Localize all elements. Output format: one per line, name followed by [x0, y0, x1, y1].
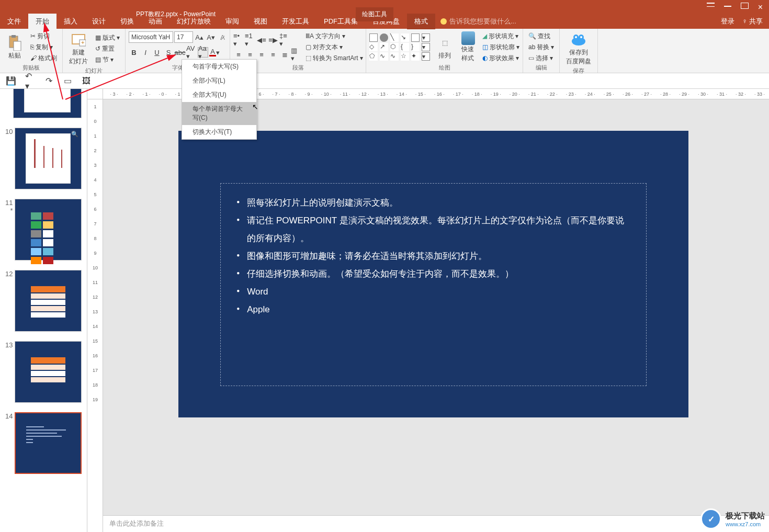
shape-outline-button[interactable]: ◫形状轮廓 ▾ [480, 42, 522, 52]
replace-button[interactable]: ab替换 ▾ [526, 42, 556, 52]
text-direction-button[interactable]: ⅢA 文字方向 ▾ [303, 31, 365, 41]
tab-view[interactable]: 视图 [246, 14, 275, 29]
bullet-item[interactable]: 仔细选择切换和动画。（希望受众如何专注于内容，而不是效果。） [236, 265, 630, 283]
menu-capitalize-each[interactable]: 每个单词首字母大写(C) [182, 102, 256, 125]
slide-thumbnails-panel[interactable]: 10 🔍 11* 12 13 14 [0, 89, 87, 532]
zoom-icon: 🔍 [71, 131, 78, 138]
menu-sentence-case[interactable]: 句首字母大写(S) [182, 60, 256, 74]
tab-review[interactable]: 审阅 [218, 14, 246, 29]
section-button[interactable]: ▤节 ▾ [93, 55, 122, 65]
maximize-icon[interactable] [741, 3, 749, 9]
ribbon-options-icon[interactable] [707, 3, 715, 7]
login-link[interactable]: 登录 [721, 17, 734, 26]
italic-button[interactable]: I [140, 47, 151, 58]
quick-styles-button[interactable]: 快速样式 [458, 30, 478, 64]
layout-button[interactable]: ▦版式 ▾ [93, 33, 122, 43]
bulb-icon [440, 18, 447, 25]
tab-developer[interactable]: 开发工具 [275, 14, 316, 29]
line-spacing-button[interactable]: ‡≡ ▾ [279, 35, 290, 45]
font-name-combo[interactable]: Microsoft YaH [129, 31, 173, 43]
bullets-button[interactable]: ≡• ▾ [233, 35, 244, 45]
tab-format[interactable]: 格式 [407, 14, 435, 29]
slide-thumb-11[interactable]: 11* [5, 199, 82, 261]
align-center-button[interactable]: ≡ [245, 49, 255, 60]
menu-lowercase[interactable]: 全部小写(L) [182, 74, 256, 88]
underline-button[interactable]: U [152, 47, 162, 58]
notes-placeholder[interactable]: 单击此处添加备注 [103, 515, 769, 532]
qat-undo-button[interactable]: ↶ ▾ [25, 76, 35, 86]
menu-uppercase[interactable]: 全部大写(U) [182, 88, 256, 102]
tab-insert[interactable]: 插入 [56, 14, 85, 29]
align-left-button[interactable]: ≡ [233, 49, 244, 60]
scissors-icon: ✂ [30, 32, 36, 40]
decrease-indent-button[interactable]: ◀≡ [256, 35, 267, 45]
new-slide-button[interactable]: ✦ 新建 幻灯片 [66, 30, 91, 67]
bullet-item[interactable]: 图像和图形可增加趣味；请务必在适当时将其添加到幻灯片。 [236, 247, 630, 265]
arrange-button[interactable]: ⬚排列 [433, 33, 456, 61]
tab-home[interactable]: 开始 [28, 14, 56, 29]
columns-button[interactable]: ▥ ▾ [291, 49, 301, 60]
change-case-button[interactable]: Aa ▾ [198, 47, 208, 58]
fill-icon: ◢ [482, 32, 487, 40]
bullet-item[interactable]: Apple [236, 301, 630, 319]
bullet-item[interactable]: Word [236, 283, 630, 301]
numbering-button[interactable]: ≡1 ▾ [245, 35, 255, 45]
paste-button[interactable]: 粘贴 [3, 33, 26, 61]
slide-thumb-13[interactable]: 13 [5, 341, 82, 403]
font-color-button[interactable]: A ▾ [209, 47, 220, 58]
save-baidu-button[interactable]: 保存到 百度网盘 [563, 30, 594, 67]
cut-button[interactable]: ✂剪切 [28, 31, 59, 41]
group-drawing: ╲↘▾ ◇↗⬡{}▾ ⬠∿∿☆✦▾ ⬚排列 快速样式 ◢形状填充 ▾ ◫形状轮廓… [366, 29, 523, 73]
reset-button[interactable]: ↺重置 [93, 44, 122, 54]
slide-thumb-9[interactable] [5, 89, 82, 118]
font-size-combo[interactable]: 17 [174, 31, 193, 43]
share-button[interactable]: ♀ 共享 [742, 17, 763, 26]
decrease-font-button[interactable]: A▾ [206, 32, 216, 42]
minimize-icon[interactable] [724, 3, 731, 7]
slide-editor: · 3 ·· 2 ·· 1 ·· 0 ·· 1 ·· 2 ·· 3 ·· 4 ·… [87, 89, 769, 532]
content-text-box[interactable]: 照每张幻灯片上的说明创建演示文稿。请记住 POWERPOINT 是演示文稿的视觉… [220, 183, 647, 386]
shapes-gallery[interactable]: ╲↘▾ ◇↗⬡{}▾ ⬠∿∿☆✦▾ [369, 33, 431, 61]
align-right-button[interactable]: ≡ [256, 49, 267, 60]
drawing-tools-label: 绘图工具 [356, 7, 393, 21]
qat-image-button[interactable]: 🖼 [82, 76, 91, 86]
increase-font-button[interactable]: A▴ [194, 32, 205, 42]
slide-thumb-12[interactable]: 12 [5, 270, 82, 332]
main-area: 10 🔍 11* 12 13 14 · 3 ·· 2 ·· 1 ·· 0 ·· … [0, 89, 769, 532]
bold-button[interactable]: B [129, 47, 139, 58]
paste-icon [6, 35, 23, 51]
clear-format-button[interactable]: A̷ [217, 32, 228, 42]
slide-thumb-10[interactable]: 10 🔍 [5, 128, 82, 189]
bullet-item[interactable]: 照每张幻灯片上的说明创建演示文稿。 [236, 194, 630, 212]
align-text-button[interactable]: ▢ 对齐文本 ▾ [303, 42, 365, 52]
slide-thumb-14[interactable]: 14 [5, 412, 82, 474]
shape-fill-button[interactable]: ◢形状填充 ▾ [480, 31, 522, 41]
qat-redo-button[interactable]: ↷ [44, 76, 53, 86]
find-button[interactable]: 🔍查找 [526, 31, 556, 41]
qat-new-button[interactable]: ▭ [63, 76, 72, 86]
tell-me-search[interactable]: 告诉我您想要做什么... [440, 17, 516, 26]
smartart-button[interactable]: ⬚ 转换为 SmartArt ▾ [303, 53, 365, 63]
vertical-ruler[interactable]: 1012345678910111213141516171819 [87, 99, 103, 532]
tab-file[interactable]: 文件 [0, 14, 28, 29]
strikethrough-button[interactable]: abc [175, 47, 185, 58]
justify-button[interactable]: ≡ [268, 49, 278, 60]
copy-button[interactable]: ⎘复制 ▾ [28, 42, 59, 52]
distribute-button[interactable]: ≣ [279, 49, 290, 60]
close-icon[interactable]: × [758, 3, 763, 12]
shape-effects-button[interactable]: ◐形状效果 ▾ [480, 53, 522, 63]
slide-canvas[interactable]: 照每张幻灯片上的说明创建演示文稿。请记住 POWERPOINT 是演示文稿的视觉… [178, 131, 688, 417]
bullet-item[interactable]: 请记住 POWERPOINT 是演示文稿的视觉效果。每张幻灯片上的文字仅作为论点… [236, 212, 630, 247]
bullet-list[interactable]: 照每张幻灯片上的说明创建演示文稿。请记住 POWERPOINT 是演示文稿的视觉… [236, 194, 630, 319]
format-painter-button[interactable]: 🖌格式刷 [28, 53, 59, 63]
increase-indent-button[interactable]: ≡▶ [268, 35, 278, 45]
document-title: PPT教程2.pptx - PowerPoint [136, 10, 216, 19]
menu-toggle-case[interactable]: 切换大小写(T) [182, 125, 256, 139]
change-case-menu: 句首字母大写(S) 全部小写(L) 全部大写(U) 每个单词首字母大写(C) 切… [182, 59, 257, 140]
tab-design[interactable]: 设计 [85, 14, 113, 29]
qat-save-button[interactable]: 💾 [6, 76, 16, 86]
shadow-button[interactable]: S [163, 47, 174, 58]
reset-icon: ↺ [95, 45, 100, 52]
select-button[interactable]: ▭选择 ▾ [526, 53, 556, 63]
char-spacing-button[interactable]: AV ▾ [186, 47, 197, 58]
